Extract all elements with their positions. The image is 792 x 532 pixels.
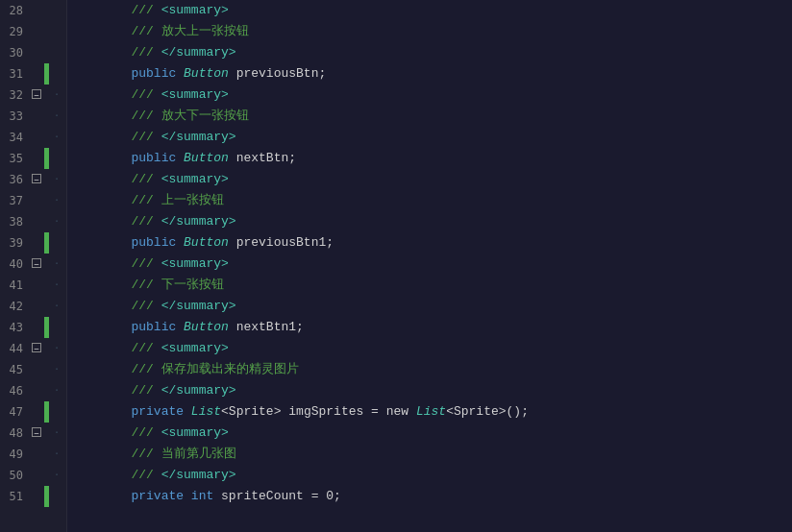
indent-dots: · xyxy=(49,254,64,275)
gutter-row: 37· xyxy=(0,190,66,211)
code-line: /// <summary> xyxy=(71,169,792,190)
token: /// 放大上一张按钮 xyxy=(131,21,248,42)
code-line: /// 当前第几张图 xyxy=(71,444,792,465)
fold-marker[interactable]: − xyxy=(29,338,44,359)
fold-marker[interactable]: − xyxy=(29,254,44,275)
token: /// 保存加载出来的精灵图片 xyxy=(131,359,298,380)
gutter-row: 42· xyxy=(0,296,66,317)
fold-marker xyxy=(29,444,44,465)
fold-marker xyxy=(29,106,44,127)
code-line: private List<Sprite> imgSprites = new Li… xyxy=(71,401,792,423)
gutter-row: 33· xyxy=(0,106,66,127)
fold-marker xyxy=(29,127,44,148)
token: /// xyxy=(131,0,161,21)
line-number: 43 xyxy=(0,317,29,338)
indent-dots xyxy=(49,42,64,63)
token: /// 下一张按钮 xyxy=(131,275,223,296)
line-number: 48 xyxy=(0,423,29,444)
indent-dots: · xyxy=(49,338,64,359)
indent-dots: · xyxy=(49,211,64,232)
gutter-row: 41· xyxy=(0,275,66,296)
line-number: 34 xyxy=(0,127,29,148)
code-line: public Button previousBtn; xyxy=(71,63,792,85)
token: <summary> xyxy=(161,423,229,444)
line-number: 44 xyxy=(0,338,29,359)
line-number: 47 xyxy=(0,401,29,423)
fold-marker[interactable]: − xyxy=(29,169,44,190)
indent-dots xyxy=(49,0,64,21)
gutter-row: 45· xyxy=(0,359,66,380)
indent-dots: · xyxy=(49,380,64,401)
fold-marker xyxy=(29,21,44,42)
fold-marker xyxy=(29,296,44,317)
line-number: 30 xyxy=(0,42,29,63)
token: private xyxy=(131,486,190,507)
gutter-row: 36−· xyxy=(0,169,66,190)
token: /// 上一张按钮 xyxy=(131,190,223,211)
token: private xyxy=(131,401,190,423)
token: List xyxy=(191,401,221,423)
indent-dots: · xyxy=(49,169,64,190)
fold-marker[interactable]: − xyxy=(29,85,44,106)
indent-dots: · xyxy=(49,127,64,148)
code-line: /// </summary> xyxy=(71,211,792,232)
line-number: 37 xyxy=(0,190,29,211)
line-number: 32 xyxy=(0,85,29,106)
code-line: /// </summary> xyxy=(71,380,792,401)
code-line: /// <summary> xyxy=(71,254,792,275)
fold-marker xyxy=(29,63,44,85)
line-number: 39 xyxy=(0,232,29,254)
token: spriteCount = 0; xyxy=(213,486,341,507)
gutter-row: 40−· xyxy=(0,254,66,275)
token: /// xyxy=(131,296,161,317)
fold-marker xyxy=(29,465,44,486)
code-line: /// <summary> xyxy=(71,0,792,21)
line-number: 50 xyxy=(0,465,29,486)
line-number: 45 xyxy=(0,359,29,380)
token: <summary> xyxy=(161,169,229,190)
token: </summary> xyxy=(161,211,236,232)
token: <summary> xyxy=(161,338,229,359)
line-number: 40 xyxy=(0,254,29,275)
code-line: /// </summary> xyxy=(71,465,792,486)
token: /// xyxy=(131,423,161,444)
token: </summary> xyxy=(161,380,236,401)
token: </summary> xyxy=(161,127,236,148)
token: /// xyxy=(131,465,161,486)
indent-dots: · xyxy=(49,275,64,296)
code-line: /// <summary> xyxy=(71,85,792,106)
token: <summary> xyxy=(161,85,229,106)
token: nextBtn; xyxy=(229,148,296,169)
indent-dots: · xyxy=(49,190,64,211)
indent-dots: · xyxy=(49,85,64,106)
indent-dots: · xyxy=(49,106,64,127)
code-line: /// </summary> xyxy=(71,42,792,63)
token: public xyxy=(131,317,184,338)
token: <summary> xyxy=(161,254,229,275)
line-number: 41 xyxy=(0,275,29,296)
token: </summary> xyxy=(161,296,236,317)
token: previousBtn; xyxy=(229,63,326,85)
indent-dots: · xyxy=(49,359,64,380)
line-number: 33 xyxy=(0,106,29,127)
fold-marker[interactable]: − xyxy=(29,423,44,444)
code-line: /// 上一张按钮 xyxy=(71,190,792,211)
code-line: /// </summary> xyxy=(71,127,792,148)
code-line: /// 下一张按钮 xyxy=(71,275,792,296)
token: nextBtn1; xyxy=(229,317,304,338)
fold-marker xyxy=(29,275,44,296)
token: Button xyxy=(184,63,229,85)
line-number: 46 xyxy=(0,380,29,401)
code-line: /// 放大下一张按钮 xyxy=(71,106,792,127)
code-line: public Button nextBtn; xyxy=(71,148,792,169)
indent-dots xyxy=(49,232,64,254)
fold-marker xyxy=(29,148,44,169)
gutter-row: 31 xyxy=(0,63,66,85)
fold-marker xyxy=(29,232,44,254)
indent-dots xyxy=(49,401,64,423)
gutter-row: 34· xyxy=(0,127,66,148)
token: Button xyxy=(184,317,229,338)
token: public xyxy=(131,232,184,254)
token: Button xyxy=(184,148,229,169)
line-number: 31 xyxy=(0,63,29,85)
